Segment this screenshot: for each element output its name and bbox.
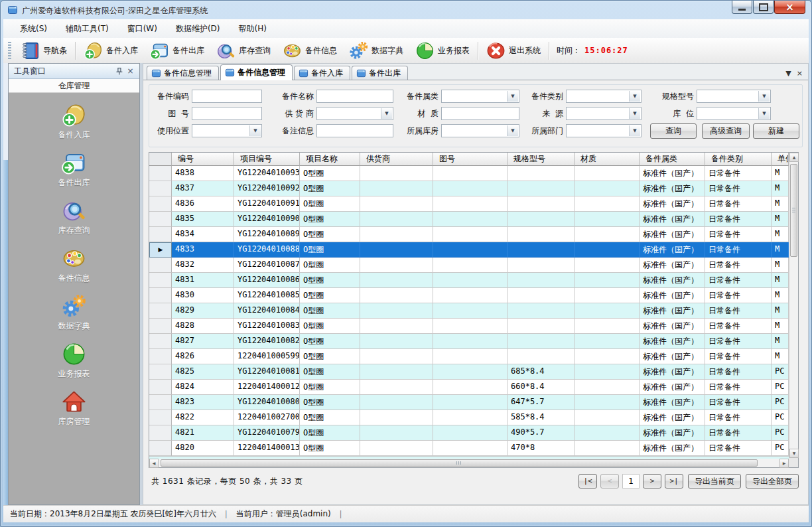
column-header-project_no[interactable]: 项目编号: [234, 153, 300, 166]
search-field-warehouse[interactable]: ▼: [441, 124, 519, 137]
table-row[interactable]: 48201220401400013O型圈470*8标准件（国产）日常备件PC: [149, 441, 789, 456]
close-button[interactable]: ×: [774, 1, 805, 14]
sidebar-scrollbar-thumb[interactable]: [3, 160, 8, 505]
sidebar-item-business-report[interactable]: 业务报表: [34, 342, 114, 380]
last-page-button[interactable]: >|: [665, 474, 683, 489]
menu-item-0[interactable]: 系统(S): [13, 21, 54, 37]
table-row[interactable]: 4830YG12204010085O型圈标准件（国产）日常备件M: [149, 288, 789, 303]
current-page-indicator[interactable]: 1: [622, 474, 640, 489]
table-row[interactable]: 4834YG12204010089O型圈标准件（国产）日常备件M: [149, 227, 789, 242]
toolbar-item-exit[interactable]: 退出系统: [480, 40, 547, 62]
column-header-type[interactable]: 备件类别: [705, 153, 772, 166]
tab-list-dropdown-icon[interactable]: ▼: [785, 70, 791, 77]
search-field-remark[interactable]: [316, 124, 393, 137]
scroll-up-icon[interactable]: ▲: [789, 153, 799, 162]
sidebar-item-stock-out[interactable]: 备件出库: [34, 151, 114, 188]
search-field-part_type[interactable]: ▼: [566, 90, 642, 103]
chevron-down-icon[interactable]: ▼: [507, 91, 518, 102]
export-all-pages-button[interactable]: 导出全部页: [746, 474, 799, 489]
table-row[interactable]: 4829YG12204010084O型圈标准件（国产）日常备件M: [149, 303, 789, 319]
minimize-button[interactable]: [732, 1, 752, 14]
chevron-down-icon[interactable]: ▼: [629, 91, 640, 102]
table-row[interactable]: 4837YG12204010092O型圈标准件（国产）日常备件M: [149, 181, 789, 196]
table-row[interactable]: 4831YG12204010086O型圈标准件（国产）日常备件M: [149, 273, 789, 288]
column-header-project_name[interactable]: 项目名称: [300, 153, 360, 166]
search-input-part_code[interactable]: [192, 90, 261, 102]
column-header-drawing_no[interactable]: 图号: [433, 153, 508, 166]
close-tab-icon[interactable]: ×: [797, 70, 803, 77]
table-row[interactable]: 4835YG12204010090O型圈标准件（国产）日常备件M: [149, 212, 789, 227]
chevron-down-icon[interactable]: ▼: [758, 108, 770, 119]
tab-0[interactable]: 备件信息管理: [147, 66, 219, 80]
advanced-query-button[interactable]: 高级查询: [702, 123, 750, 139]
tab-2[interactable]: 备件入库: [294, 66, 350, 80]
scroll-down-icon[interactable]: ▼: [789, 449, 799, 458]
next-page-button[interactable]: >: [643, 474, 661, 489]
first-page-button[interactable]: |<: [578, 474, 597, 489]
prev-page-button[interactable]: <: [600, 474, 619, 489]
chevron-down-icon[interactable]: ▼: [249, 125, 261, 136]
toolbar-item-parts-info[interactable]: 备件信息: [277, 40, 343, 62]
search-field-part_code[interactable]: [192, 90, 262, 103]
table-row[interactable]: 4836YG12204010091O型圈标准件（国产）日常备件M: [149, 196, 789, 212]
search-input-material[interactable]: [442, 108, 519, 119]
sidebar-item-stock-in[interactable]: 备件入库: [34, 103, 114, 141]
search-field-material[interactable]: [441, 107, 519, 120]
chevron-down-icon[interactable]: ▼: [381, 108, 392, 119]
tab-1-active[interactable]: 备件信息管理: [220, 64, 293, 80]
toolbar-item-business-report[interactable]: 业务报表: [409, 40, 476, 62]
scroll-right-icon[interactable]: ▶: [779, 459, 789, 468]
sidebar-scrollbar[interactable]: [3, 63, 8, 505]
chevron-down-icon[interactable]: ▼: [507, 125, 518, 136]
toolbar-item-inventory-query[interactable]: 库存查询: [210, 40, 277, 62]
search-field-department[interactable]: ▼: [566, 124, 642, 137]
column-header-supplier[interactable]: 供货商: [360, 153, 433, 166]
table-row[interactable]: 4825YG12204010081O型圈685*8.4标准件（国产）日常备件PC: [149, 364, 789, 380]
table-row[interactable]: 4823YG12204010080O型圈647*5.7标准件（国产）日常备件PC: [149, 395, 789, 410]
search-field-source[interactable]: ▼: [566, 107, 642, 120]
menu-item-1[interactable]: 辅助工具(T): [58, 21, 116, 37]
toolbar-grip[interactable]: [8, 42, 11, 59]
table-row[interactable]: 48221220401002700O型圈585*8.4标准件（国产）日常备件PC: [149, 410, 789, 425]
table-row[interactable]: 4832YG12204010087O型圈标准件（国产）日常备件M: [149, 258, 789, 273]
hscroll-thumb[interactable]: [161, 459, 758, 467]
search-field-use_position[interactable]: ▼: [192, 124, 262, 137]
menu-item-3[interactable]: 数据维护(D): [169, 21, 228, 37]
close-panel-button[interactable]: ×: [125, 66, 136, 76]
table-row[interactable]: 4821YG12204010079O型圈490*5.7标准件（国产）日常备件PC: [149, 425, 789, 441]
table-row[interactable]: 4828YG12204010083O型圈标准件（国产）日常备件M: [149, 319, 789, 334]
query-button[interactable]: 查询: [650, 123, 697, 139]
sidebar-item-data-dictionary[interactable]: 数据字典: [34, 294, 114, 332]
column-header-id[interactable]: 编号: [172, 153, 234, 166]
search-field-spec_model[interactable]: ▼: [697, 90, 771, 103]
table-row[interactable]: 4827YG12204010082O型圈标准件（国产）日常备件M: [149, 334, 789, 349]
sidebar-item-inventory-query[interactable]: 库存查询: [34, 198, 114, 236]
table-row[interactable]: 48261220401000599O型圈标准件（国产）日常备件M: [149, 349, 789, 364]
export-current-page-button[interactable]: 导出当前页: [688, 474, 741, 489]
grid-vertical-scrollbar[interactable]: ▲ ▼: [789, 153, 798, 458]
search-input-drawing_no[interactable]: [192, 108, 261, 119]
vscroll-thumb[interactable]: [790, 164, 797, 257]
sidebar-item-parts-info[interactable]: 备件信息: [34, 246, 114, 284]
maximize-button[interactable]: [753, 1, 774, 14]
search-field-location[interactable]: ▼: [697, 107, 771, 120]
search-input-part_name[interactable]: [317, 90, 393, 102]
tab-3[interactable]: 备件出库: [352, 66, 408, 80]
menu-item-4[interactable]: 帮助(H): [232, 21, 274, 37]
toolbar-item-data-dictionary[interactable]: 数据字典: [343, 40, 409, 62]
column-header-unit[interactable]: 单位: [772, 153, 789, 166]
pin-panel-button[interactable]: [113, 66, 125, 76]
table-row[interactable]: 4838YG12204010093O型圈标准件（国产）日常备件M: [149, 166, 789, 181]
search-field-part_category[interactable]: ▼: [441, 90, 519, 103]
table-row[interactable]: 48241220401400012O型圈660*8.4标准件（国产）日常备件PC: [149, 380, 789, 395]
menu-item-2[interactable]: 窗口(W): [120, 21, 165, 37]
chevron-down-icon[interactable]: ▼: [758, 91, 770, 102]
column-header-category[interactable]: 备件属类: [640, 153, 705, 166]
chevron-down-icon[interactable]: ▼: [629, 125, 640, 136]
chevron-down-icon[interactable]: ▼: [629, 108, 640, 119]
toolbar-item-stock-out[interactable]: 备件出库: [144, 40, 210, 62]
sidebar-item-warehouse-manage[interactable]: 库房管理: [34, 390, 114, 427]
toolbar-item-stock-in[interactable]: 备件入库: [78, 40, 144, 62]
grid-horizontal-scrollbar[interactable]: ◀ ▶: [149, 458, 789, 467]
search-field-part_name[interactable]: [316, 90, 393, 103]
